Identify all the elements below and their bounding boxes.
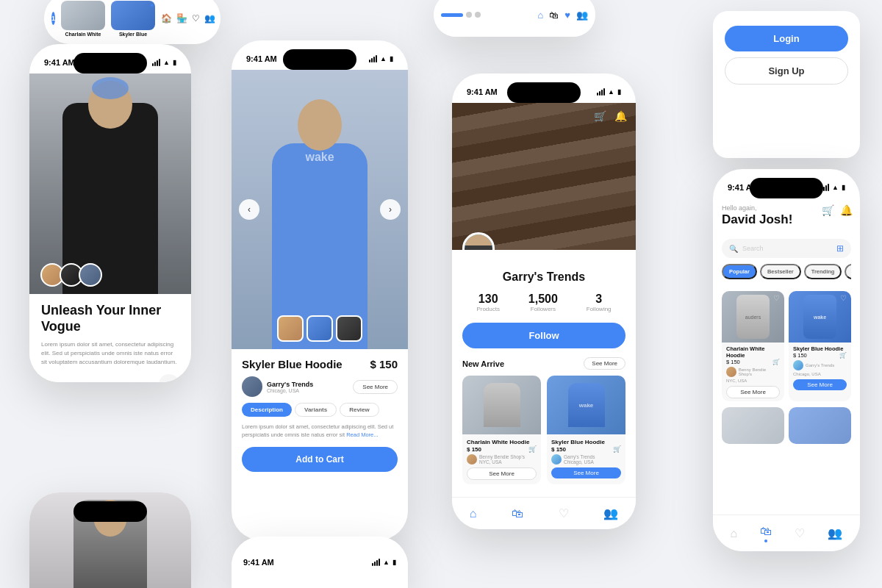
seller-info-row: Garry's Trends Chicago, USA See More xyxy=(242,376,398,397)
product-name-1: Charlain White Hoodie xyxy=(467,439,537,445)
dashboard-product-1[interactable]: auders ♡ Charlain White Hoodie $ 150 🛒 B… xyxy=(722,291,784,401)
people-nav-icon[interactable]: 👥 xyxy=(204,13,215,24)
product1-see-more-dash[interactable]: See More xyxy=(726,386,780,398)
tab-popular[interactable]: Popular xyxy=(722,264,757,279)
tab-variants[interactable]: Variants xyxy=(295,403,337,417)
see-more-button[interactable]: See More xyxy=(353,380,398,394)
product-card-2[interactable]: wake Skyler Blue Hoodie $ 150 🛒 Garry's … xyxy=(547,376,625,484)
home-nav-icon[interactable]: 🏠 xyxy=(161,13,172,24)
tab-hot[interactable]: Ho... xyxy=(845,264,851,279)
shop-icon-top2[interactable]: 🛍 xyxy=(549,10,559,21)
status-time: 9:41 AM xyxy=(44,58,75,67)
top-partial-screen1: 1 Charlain White ♥ Skyler Blue 🏠 🏪 ♡ 👥 xyxy=(44,0,220,44)
thumbnail-2[interactable] xyxy=(306,315,333,342)
product-info: Skyler Blue Hoodie $ 150 Garry's Trends … xyxy=(232,349,408,481)
wifi-icon2: ▲ xyxy=(380,55,387,62)
products-stat: 130 Products xyxy=(476,293,500,312)
wishlist-tab[interactable]: ♡ xyxy=(795,526,805,540)
follow-button[interactable]: Follow xyxy=(462,323,625,348)
partial-product-name: Charlain White xyxy=(65,32,101,37)
search-input[interactable]: Search xyxy=(742,245,832,252)
cart-icon-2[interactable]: 🛒 xyxy=(613,445,621,453)
cart-icon-1[interactable]: 🛒 xyxy=(528,445,537,453)
store-nav-icon[interactable]: 🏪 xyxy=(176,13,187,24)
partial-product-img xyxy=(61,1,105,30)
store-bell-icon[interactable]: 🔔 xyxy=(614,110,627,122)
read-more-link[interactable]: Read More... xyxy=(346,431,378,438)
search-area: 🔍 Search ⊞ Popular Bestseller Trending H… xyxy=(713,239,860,291)
tab-review[interactable]: Review xyxy=(340,403,379,417)
heart-nav[interactable]: ♡ xyxy=(559,506,569,520)
wifi-icon3: ▲ xyxy=(608,88,614,96)
more-product-1[interactable] xyxy=(722,407,784,444)
heart-nav-icon[interactable]: ♡ xyxy=(192,13,200,24)
home-icon-top2[interactable]: ⌂ xyxy=(537,10,543,21)
seller-loc-2: Chicago, USA xyxy=(564,459,595,465)
product2-see-more-dash[interactable]: See More xyxy=(793,379,847,390)
wishlist-icon-1[interactable]: ♡ xyxy=(773,294,780,302)
hero-image xyxy=(29,74,191,294)
new-arrivals-see-more[interactable]: See More xyxy=(584,357,625,370)
cart-icon-p2[interactable]: 🛒 xyxy=(839,352,847,359)
heart-icon-top2[interactable]: ♥ xyxy=(564,10,570,21)
thumbnail-3[interactable] xyxy=(336,315,362,342)
more-product-2[interactable] xyxy=(789,407,851,444)
store-profile-screen: 9:41 AM ▲ ▮ 🛒 🔔 Garry's Trends 130 Produ… xyxy=(452,74,636,529)
more-products-row xyxy=(722,407,851,444)
signal-icon xyxy=(152,59,160,66)
product-info-1: Charlain White Hoodie $ 150 🛒 Benny Bend… xyxy=(462,434,541,484)
filter-icon[interactable]: ⊞ xyxy=(836,243,844,254)
thumbnail-1[interactable] xyxy=(277,315,304,342)
store-cart-icon[interactable]: 🛒 xyxy=(594,110,606,122)
people-icon-top2[interactable]: 👥 xyxy=(576,10,588,21)
seller-avatar-d2 xyxy=(793,360,803,370)
dashboard-header: Hello again, David Josh! 🛒 🔔 xyxy=(713,198,860,239)
bottom-partial-content: 9:41 AM ▲ ▮ xyxy=(232,537,408,588)
hero-description: Lorem ipsum dolor sit amet, consectetur … xyxy=(41,340,179,367)
wifi-icon5: ▲ xyxy=(832,184,839,191)
cart-icon-p1[interactable]: 🛒 xyxy=(772,359,780,365)
product2-see-more[interactable]: See More xyxy=(551,467,621,478)
product-image-next[interactable]: › xyxy=(380,199,401,220)
login-button[interactable]: Login xyxy=(725,26,848,51)
products-grid: auders ♡ Charlain White Hoodie $ 150 🛒 B… xyxy=(722,291,851,401)
store-bottom-nav: ⌂ 🛍 ♡ 👥 xyxy=(452,497,636,529)
header-bell-icon[interactable]: 🔔 xyxy=(840,204,853,216)
add-to-cart-button[interactable]: Add to Cart xyxy=(242,447,398,472)
next-arrow-button[interactable]: › xyxy=(159,374,179,382)
dashboard-product-name-2: Skyler Blue Hoodie xyxy=(793,345,847,352)
battery-icon2: ▮ xyxy=(390,55,393,62)
shop-nav[interactable]: 🛍 xyxy=(512,507,523,520)
profile-tab[interactable]: 👥 xyxy=(828,526,842,540)
product-detail-screen: 9:41 AM ▲ ▮ wake ‹ › Skyler Blue Hoodie … xyxy=(232,40,408,540)
product1-see-more[interactable]: See More xyxy=(467,467,537,480)
header-cart-icon[interactable]: 🛒 xyxy=(822,204,834,216)
screen1-content: Unleash Your Inner Vogue Lorem ipsum dol… xyxy=(29,294,191,382)
tab-bestseller[interactable]: Bestseller xyxy=(760,264,801,279)
wishlist-icon-2[interactable]: ♡ xyxy=(840,294,847,302)
dashboard-bottom-nav: ⌂ 🛍 ♡ 👥 xyxy=(713,514,860,551)
status-icons: ▲ ▮ xyxy=(152,59,176,66)
signal-icon3 xyxy=(597,88,605,96)
seller-name-1: Benny Bendie Shop's xyxy=(479,454,525,459)
people-nav[interactable]: 👥 xyxy=(603,506,618,520)
seller-name: Garry's Trends xyxy=(267,381,313,388)
seller-info: Garry's Trends Chicago, USA xyxy=(242,376,313,397)
tab-description[interactable]: Description xyxy=(242,403,292,417)
seller-name-d2: Garry's Trends xyxy=(806,363,834,368)
tab-trending[interactable]: Trending xyxy=(804,264,842,279)
products-count: 130 xyxy=(476,293,500,306)
dashboard-product-2[interactable]: wake ♡ Skyler Blue Hoodie $ 150 🛒 Garry'… xyxy=(789,291,851,401)
home-tab[interactable]: ⌂ xyxy=(731,527,738,540)
product-card-1[interactable]: Charlain White Hoodie $ 150 🛒 Benny Bend… xyxy=(462,376,541,484)
shop-tab[interactable]: 🛍 xyxy=(760,525,772,542)
seller-loc-row-2: Chicago, USA xyxy=(793,372,847,376)
product-image-prev[interactable]: ‹ xyxy=(239,199,259,220)
seller-avatar-d1 xyxy=(726,367,736,377)
notch xyxy=(74,53,147,74)
seller-loc-d2: Chicago, USA xyxy=(793,372,821,376)
signup-button[interactable]: Sign Up xyxy=(725,57,848,85)
following-stat: 3 Following xyxy=(587,293,612,312)
home-nav[interactable]: ⌂ xyxy=(470,507,477,520)
status-icons5: ▲ ▮ xyxy=(821,184,845,191)
